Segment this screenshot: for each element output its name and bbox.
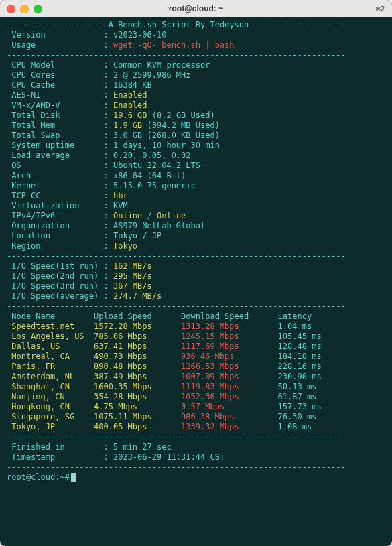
kv-label: Kernel : bbox=[7, 181, 113, 190]
kv-value: Enabled bbox=[113, 90, 147, 100]
kv-label: Usage : bbox=[7, 40, 113, 50]
kv-value: Enabled bbox=[113, 100, 147, 110]
net-row: Tokyo, JP 400.05 Mbps 1339.32 Mbps 1.08 … bbox=[7, 422, 385, 432]
kv-label: I/O Speed(average) : bbox=[7, 291, 113, 301]
kv-label: Virtualization : bbox=[7, 201, 113, 210]
net-row: Singapore, SG 1075.11 Mbps 986.38 Mbps 7… bbox=[7, 412, 385, 422]
kv-label: CPU Model : bbox=[7, 60, 113, 70]
kv-row: Timestamp : 2023-06-29 11:31:44 CST bbox=[7, 452, 385, 462]
kv-value: wget -qO- bench.sh | bash bbox=[113, 40, 235, 50]
kv-label: I/O Speed(3rd run) : bbox=[7, 281, 113, 291]
kv-row: Finished in : 5 min 27 sec bbox=[7, 442, 385, 452]
disk-value: 19.6 GB bbox=[113, 111, 147, 120]
kv-row: AES-NI : Enabled bbox=[7, 90, 385, 100]
kv-label: Version : bbox=[7, 30, 113, 40]
titlebar[interactable]: root@cloud: ~ ⌘2 bbox=[0, 0, 392, 17]
kv-value: 1 days, 10 hour 30 min bbox=[113, 141, 220, 150]
kv-value: 2023-06-29 11:31:44 CST bbox=[113, 452, 224, 462]
kv-row: Kernel : 5.15.0-75-generic bbox=[7, 181, 385, 191]
kv-value: 5.15.0-75-generic bbox=[113, 181, 196, 190]
kv-label: CPU Cache : bbox=[7, 80, 113, 90]
minimize-icon[interactable] bbox=[20, 5, 29, 13]
kv-label: I/O Speed(1st run) : bbox=[7, 261, 113, 271]
kv-value: x86_64 (64 Bit) bbox=[113, 171, 186, 180]
kv-label: Finished in : bbox=[7, 442, 113, 452]
kv-value: bbr bbox=[113, 191, 128, 200]
net-row: Los Angeles, US 785.06 Mbps 1245.15 Mbps… bbox=[7, 332, 385, 342]
kv-row: CPU Cache : 16384 KB bbox=[7, 80, 385, 90]
kv-value: Common KVM processor bbox=[113, 60, 210, 70]
kv-row: Load average : 0.20, 0.05, 0.02 bbox=[7, 151, 385, 161]
kv-row: I/O Speed(2nd run) : 295 MB/s bbox=[7, 271, 385, 281]
kv-value: 162 MB/s bbox=[113, 261, 152, 271]
kv-row: Usage : wget -qO- bench.sh | bash bbox=[7, 40, 385, 50]
total-disk-row: Total Disk : 19.6 GB (8.2 GB Used) bbox=[7, 111, 385, 121]
kv-label: I/O Speed(2nd run) : bbox=[7, 271, 113, 281]
kv-row: Version : v2023-06-10 bbox=[7, 30, 385, 40]
kv-value: Ubuntu 22.04.2 LTS bbox=[113, 161, 200, 170]
meta-block: Version : v2023-06-10 Usage : wget -qO- … bbox=[7, 30, 385, 50]
window-title: root@cloud: ~ bbox=[0, 4, 392, 13]
kv-row: Arch : x86_64 (64 Bit) bbox=[7, 171, 385, 181]
kv-value: Tokyo bbox=[113, 241, 137, 251]
kv-label: VM-x/AMD-V : bbox=[7, 100, 113, 110]
prompt-text: root@cloud:~# bbox=[7, 472, 70, 482]
net-row: Amsterdam, NL 387.49 Mbps 1007.09 Mbps 2… bbox=[7, 372, 385, 382]
titlebar-shortcut: ⌘2 bbox=[376, 5, 385, 13]
disk-used: (8.2 GB Used) bbox=[152, 111, 215, 120]
net-row: Hongkong, CN 4.75 Mbps 0.57 Mbps 157.73 … bbox=[7, 402, 385, 412]
sys2-block: Total Swap : 3.0 GB (268.0 KB Used) Syst… bbox=[7, 131, 385, 211]
net-row: Nanjing, CN 354.28 Mbps 1052.36 Mbps 61.… bbox=[7, 392, 385, 402]
mem-value: 1.9 GB bbox=[113, 121, 142, 130]
kv-label: OS : bbox=[7, 161, 113, 170]
kv-label: TCP CC : bbox=[7, 191, 113, 200]
kv-value: 5 min 27 sec bbox=[113, 442, 172, 452]
kv-label: Load average : bbox=[7, 151, 113, 160]
net-row: Dallas, US 637.41 Mbps 1117.69 Mbps 128.… bbox=[7, 342, 385, 352]
kv-row: I/O Speed(average) : 274.7 MB/s bbox=[7, 291, 385, 301]
kv-label: Arch : bbox=[7, 171, 113, 180]
separator: ----------------------------------------… bbox=[7, 432, 385, 442]
net-block: Node Name Upload Speed Download Speed La… bbox=[7, 312, 385, 432]
kv-row: CPU Model : Common KVM processor bbox=[7, 60, 385, 70]
mem-used: (394.2 MB Used) bbox=[147, 121, 220, 130]
zoom-icon[interactable] bbox=[34, 5, 42, 13]
net-row: Speedtest.net 1572.28 Mbps 1313.28 Mbps … bbox=[7, 322, 385, 332]
sys-block: CPU Model : Common KVM processor CPU Cor… bbox=[7, 60, 385, 111]
io-block: I/O Speed(1st run) : 162 MB/s I/O Speed(… bbox=[7, 261, 385, 301]
ipv6-status: Online bbox=[157, 211, 186, 220]
kv-value: 295 MB/s bbox=[113, 271, 152, 281]
kv-label: Location : bbox=[7, 231, 113, 241]
kv-value: 3.0 GB (268.0 KB Used) bbox=[113, 131, 220, 140]
kv-value: 16384 KB bbox=[113, 80, 152, 90]
kv-value: 274.7 MB/s bbox=[113, 291, 161, 301]
kv-value: v2023-06-10 bbox=[113, 30, 166, 40]
prompt-line[interactable]: root@cloud:~# bbox=[7, 472, 385, 482]
traffic-lights bbox=[7, 5, 42, 13]
separator: ----------------------------------------… bbox=[7, 251, 385, 261]
ipv4-status: Online bbox=[113, 211, 142, 220]
banner-text: A Bench.sh Script By Teddysun bbox=[109, 20, 249, 29]
kv-label: Region : bbox=[7, 241, 113, 251]
kv-row: Virtualization : KVM bbox=[7, 201, 385, 211]
footer-block: Finished in : 5 min 27 sec Timestamp : 2… bbox=[7, 442, 385, 462]
cursor-icon bbox=[71, 473, 76, 482]
kv-label: CPU Cores : bbox=[7, 70, 113, 80]
kv-row: OS : Ubuntu 22.04.2 LTS bbox=[7, 161, 385, 171]
kv-row: Total Swap : 3.0 GB (268.0 KB Used) bbox=[7, 131, 385, 141]
close-icon[interactable] bbox=[7, 5, 15, 13]
total-mem-row: Total Mem : 1.9 GB (394.2 MB Used) bbox=[7, 121, 385, 131]
kv-label: Total Swap : bbox=[7, 131, 113, 140]
ipv-row: IPv4/IPv6 : Online / Online bbox=[7, 211, 385, 221]
kv-value: Tokyo / JP bbox=[113, 231, 161, 241]
kv-label: Timestamp : bbox=[7, 452, 113, 462]
kv-row: Region : Tokyo bbox=[7, 241, 385, 251]
kv-row: CPU Cores : 2 @ 2599.986 MHz bbox=[7, 70, 385, 80]
kv-row: I/O Speed(3rd run) : 367 MB/s bbox=[7, 281, 385, 291]
separator: ----------------------------------------… bbox=[7, 301, 385, 312]
kv-row: System uptime : 1 days, 10 hour 30 min bbox=[7, 141, 385, 151]
terminal-body[interactable]: -------------------- A Bench.sh Script B… bbox=[0, 17, 392, 546]
net-row: Shanghai, CN 1600.35 Mbps 1119.83 Mbps 5… bbox=[7, 382, 385, 392]
kv-row: TCP CC : bbr bbox=[7, 191, 385, 201]
net-row: Montreal, CA 490.73 Mbps 936.46 Mbps 184… bbox=[7, 352, 385, 362]
